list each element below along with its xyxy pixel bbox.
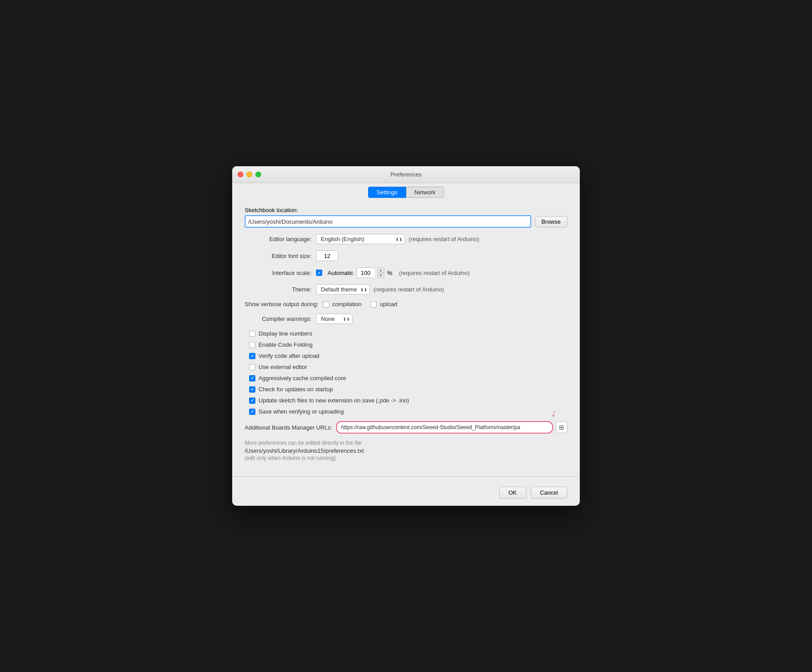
editor-language-label: Editor language: [245, 236, 316, 242]
display-line-numbers-label[interactable]: Display line numbers [249, 330, 567, 337]
checkboxes-section: Display line numbers Enable Code Folding… [249, 330, 567, 415]
boards-url-label: Additional Boards Manager URLs: [245, 424, 332, 431]
display-line-numbers-checkbox[interactable] [249, 331, 255, 337]
ok-button[interactable]: OK [499, 487, 526, 499]
compiler-warnings-select[interactable]: None Default More All [316, 314, 353, 324]
enable-code-folding-text: Enable Code Folding [258, 341, 312, 348]
update-sketch-files-label[interactable]: Update sketch files to new extension on … [249, 397, 567, 404]
upload-checkbox[interactable] [370, 301, 377, 307]
editor-language-note: (requires restart of Arduino) [409, 236, 479, 242]
verbose-checkboxes: compilation upload [323, 301, 398, 307]
expand-icon: ⊞ [559, 424, 564, 431]
aggressively-cache-text: Aggressively cache compiled core [258, 375, 346, 381]
prefs-info: More preferences can be edited directly … [245, 440, 567, 461]
automatic-label: Automatic [328, 270, 353, 276]
window-title: Preferences [390, 171, 422, 178]
use-external-editor-checkbox[interactable] [249, 364, 255, 370]
traffic-lights [238, 172, 261, 177]
editor-font-size-row: Editor font size: [245, 250, 567, 261]
editor-language-select-wrapper: English (English) ⬆⬇ [316, 234, 405, 244]
tab-settings[interactable]: Settings [368, 187, 406, 198]
browse-button[interactable]: Browse [535, 216, 567, 227]
titlebar: Preferences [232, 166, 580, 183]
prefs-path: /Users/yoshi/Library/Arduino15/preferenc… [245, 447, 567, 454]
maximize-button[interactable] [255, 172, 261, 177]
compilation-label: compilation [332, 301, 362, 307]
compiler-warnings-label: Compiler warnings: [245, 316, 316, 322]
scale-up-button[interactable]: ▲ [378, 268, 384, 273]
theme-row: Theme: Default theme ⬆⬇ (requires restar… [245, 284, 567, 295]
preferences-window: Preferences Settings Network Sketchbook … [232, 166, 580, 506]
interface-scale-row: Interface scale: Automatic ▲ ▼ % (requir… [245, 267, 567, 278]
boards-url-input-area: ↓ ⊞ [336, 421, 567, 434]
close-button[interactable] [238, 172, 243, 177]
editor-font-size-input[interactable] [316, 250, 338, 261]
editor-language-row: Editor language: English (English) ⬆⬇ (r… [245, 234, 567, 244]
verify-code-after-upload-text: Verify code after upload [258, 352, 320, 359]
verbose-output-row: Show verbose output during: compilation … [245, 301, 567, 307]
enable-code-folding-label[interactable]: Enable Code Folding [249, 341, 567, 348]
percent-label: % [387, 270, 393, 276]
compiler-warnings-select-wrapper: None Default More All ⬆⬇ [316, 314, 353, 324]
save-when-verifying-text: Save when verifying or uploading [258, 408, 344, 415]
theme-label: Theme: [245, 286, 316, 293]
interface-scale-note: (requires restart of Arduino) [399, 270, 469, 276]
upload-checkbox-label[interactable]: upload [370, 301, 397, 307]
theme-note: (requires restart of Arduino) [373, 286, 444, 293]
save-when-verifying-label[interactable]: Save when verifying or uploading [249, 408, 567, 415]
theme-select[interactable]: Default theme [316, 284, 370, 295]
theme-select-wrapper: Default theme ⬆⬇ [316, 284, 370, 295]
prefs-note: More preferences can be edited directly … [245, 440, 567, 446]
update-sketch-files-checkbox[interactable] [249, 397, 255, 404]
settings-content: Sketchbook location: Browse Editor langu… [232, 198, 580, 472]
compilation-checkbox[interactable] [323, 301, 329, 307]
interface-scale-label: Interface scale: [245, 270, 316, 276]
compilation-checkbox-label[interactable]: compilation [323, 301, 362, 307]
display-line-numbers-text: Display line numbers [258, 330, 312, 337]
check-for-updates-checkbox[interactable] [249, 386, 255, 393]
tab-bar: Settings Network [232, 183, 580, 198]
expand-boards-url-button[interactable]: ⊞ [556, 422, 567, 433]
save-when-verifying-checkbox[interactable] [249, 409, 255, 415]
verify-code-after-upload-label[interactable]: Verify code after upload [249, 352, 567, 359]
boards-url-input[interactable] [336, 421, 553, 434]
sketchbook-location-row: Browse [245, 215, 567, 228]
minimize-button[interactable] [246, 172, 252, 177]
automatic-checkbox[interactable] [316, 270, 322, 276]
prefs-edit-note: (edit only when Arduino is not running) [245, 455, 567, 461]
upload-label: upload [380, 301, 397, 307]
verify-code-after-upload-checkbox[interactable] [249, 353, 255, 359]
scale-value-input[interactable] [357, 267, 374, 278]
scale-down-button[interactable]: ▼ [378, 273, 384, 278]
check-for-updates-label[interactable]: Check for updates on startup [249, 386, 567, 393]
compiler-warnings-row: Compiler warnings: None Default More All… [245, 314, 567, 324]
aggressively-cache-label[interactable]: Aggressively cache compiled core [249, 375, 567, 381]
use-external-editor-text: Use external editor [258, 364, 307, 370]
verbose-output-label: Show verbose output during: [245, 301, 323, 307]
scale-stepper: ▲ ▼ [377, 267, 384, 278]
check-for-updates-text: Check for updates on startup [258, 386, 333, 393]
aggressively-cache-checkbox[interactable] [249, 375, 255, 381]
enable-code-folding-checkbox[interactable] [249, 342, 255, 348]
sketchbook-location-section: Sketchbook location: [245, 207, 567, 213]
editor-font-size-label: Editor font size: [245, 253, 316, 259]
tab-network[interactable]: Network [406, 187, 444, 198]
footer: OK Cancel [232, 481, 580, 506]
update-sketch-files-text: Update sketch files to new extension on … [258, 397, 409, 404]
use-external-editor-label[interactable]: Use external editor [249, 364, 567, 370]
footer-divider [232, 476, 580, 477]
editor-language-select[interactable]: English (English) [316, 234, 405, 244]
sketchbook-path-input[interactable] [245, 215, 531, 228]
boards-url-row: Additional Boards Manager URLs: ↓ ⊞ [245, 421, 567, 434]
sketchbook-location-label: Sketchbook location: [245, 207, 298, 213]
cancel-button[interactable]: Cancel [531, 487, 567, 499]
